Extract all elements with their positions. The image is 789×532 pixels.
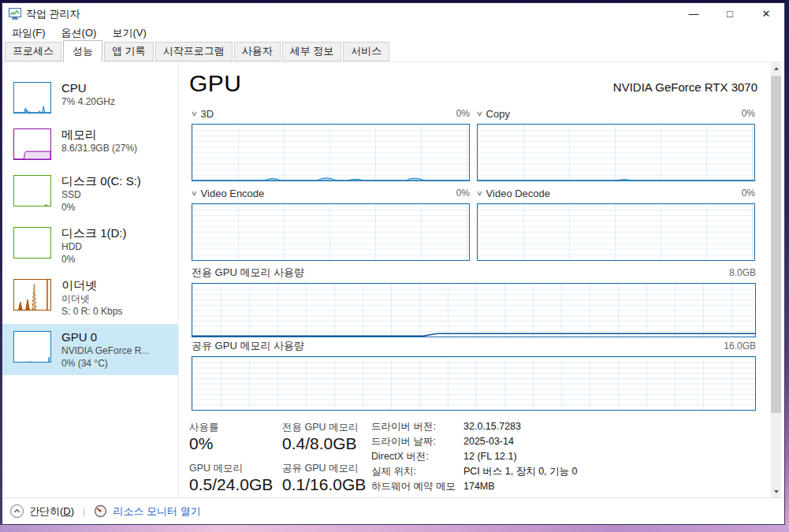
chevron-down-icon: ∨ [476,189,483,197]
open-resource-monitor-link[interactable]: 리소스 모니터 열기 [113,504,200,519]
gpu-memory-label: GPU 메모리 [189,462,273,474]
window-title: 작업 관리자 [26,7,80,21]
task-manager-window: 작업 관리자 — □ ✕ 파일(F) 옵션(O) 보기(V) 프로세스 성능 앱… [2,2,785,525]
chart-video-decode [477,203,755,261]
menu-view[interactable]: 보기(V) [104,24,154,42]
chart-shared-memory [192,356,756,411]
menu-file[interactable]: 파일(F) [4,24,54,42]
chart-dedicated-memory [192,283,756,337]
hw-reserved-memory-value: 174MB [463,479,495,497]
sidebar-item-gpu0[interactable]: GPU 0 NVIDIA GeForce R... 0% (34 °C) [2,324,178,375]
collapse-chevron-icon [10,504,24,518]
tab-processes[interactable]: 프로세스 [5,42,61,61]
gpu-memory-value: 0.5/24.0GB [189,474,273,495]
driver-date-label: 드라이버 날짜: [371,434,463,449]
dedicated-gpu-memory-value: 0.4/8.0GB [282,433,366,454]
page-title: GPU [189,70,242,97]
sidebar-ethernet-title: 이더넷 [61,277,122,292]
dedicated-memory-max: 8.0GB [729,267,756,278]
engine-selector-video-decode[interactable]: ∨ Video Decode [477,188,550,199]
sidebar-memory-title: 메모리 [61,127,137,142]
sidebar-cpu-stats: 7% 4.20GHz [61,95,115,108]
sidebar-disk1-usage: 0% [61,253,127,266]
physical-location-value: PCI 버스 1, 장치 0, 기능 0 [463,464,577,479]
directx-version-label: DirectX 버전: [371,449,463,464]
chart-3d-value: 0% [456,108,470,119]
minimize-button[interactable]: — [675,3,712,24]
utilization-label: 사용률 [189,421,273,433]
sidebar-disk1-title: 디스크 1(D:) [61,225,127,240]
scrollbar-thumb[interactable] [771,76,781,413]
sidebar-ethernet-name: 이더넷 [61,292,122,305]
sidebar-item-memory[interactable]: 메모리 8.6/31.9GB (27%) [2,121,178,167]
resource-monitor-icon [94,504,107,518]
dedicated-gpu-memory-label: 전용 GPU 메모리 [282,421,366,433]
performance-sidebar: CPU 7% 4.20GHz 메모리 8.6/31.9GB (27%) [2,62,179,497]
tab-services[interactable]: 서비스 [343,42,389,61]
close-button[interactable]: ✕ [748,3,784,24]
title-bar[interactable]: 작업 관리자 — □ ✕ [2,3,784,24]
menu-options[interactable]: 옵션(O) [54,24,105,42]
engine-selector-copy[interactable]: ∨ Copy [477,108,510,120]
scroll-down-arrow[interactable] [771,485,781,497]
sidebar-item-disk0[interactable]: 디스크 0(C: S:) SSD 0% [2,168,178,219]
ethernet-mini-chart [13,279,51,311]
vertical-scrollbar[interactable] [771,62,781,497]
desktop-background-bottom [0,525,789,532]
chevron-down-icon: ∨ [191,110,198,117]
sidebar-item-cpu[interactable]: CPU 7% 4.20GHz [2,75,178,121]
performance-content: CPU 7% 4.20GHz 메모리 8.6/31.9GB (27%) [2,62,784,497]
sidebar-disk0-title: 디스크 0(C: S:) [61,173,141,188]
chart-video-encode-value: 0% [456,188,470,199]
tab-app-history[interactable]: 앱 기록 [104,42,154,61]
footer-bar: 간단히(D) | 리소스 모니터 열기 [2,497,784,524]
maximize-button[interactable]: □ [712,3,748,24]
fewer-details-button[interactable]: 간단히(D) [29,504,74,519]
sidebar-gpu0-usage: 0% (34 °C) [61,357,149,370]
chart-3d [192,124,470,181]
sidebar-cpu-title: CPU [61,80,115,95]
menu-bar: 파일(F) 옵션(O) 보기(V) [2,24,784,42]
sidebar-ethernet-rates: S: 0 R: 0 Kbps [61,305,122,318]
tab-users[interactable]: 사용자 [234,42,281,61]
shared-memory-label: 공유 GPU 메모리 사용량 [192,339,304,353]
scroll-up-arrow[interactable] [771,62,781,74]
shared-gpu-memory-label: 공유 GPU 메모리 [282,462,366,474]
disk1-mini-chart [13,227,51,259]
gpu-device-name: NVIDIA GeForce RTX 3070 [613,80,757,97]
gpu-details: 드라이버 버전: 32.0.15.7283 드라이버 날짜: 2025-03-1… [371,419,577,497]
shared-gpu-memory-value: 0.1/16.0GB [282,474,366,495]
engine-selector-video-encode[interactable]: ∨ Video Encode [192,188,264,199]
chart-copy-value: 0% [742,108,755,119]
driver-version-label: 드라이버 버전: [371,419,463,434]
directx-version-value: 12 (FL 12.1) [463,449,517,464]
driver-date-value: 2025-03-14 [463,434,514,449]
sidebar-memory-stats: 8.6/31.9GB (27%) [61,142,137,154]
footer-divider: | [83,505,85,517]
chart-copy [477,124,755,181]
chart-video-encode [192,203,470,261]
sidebar-gpu0-name: NVIDIA GeForce R... [61,344,149,357]
utilization-value: 0% [189,433,273,454]
shared-memory-max: 16.0GB [724,340,756,352]
driver-version-value: 32.0.15.7283 [463,419,521,434]
tab-startup[interactable]: 시작프로그램 [155,42,233,61]
cpu-mini-chart [13,82,51,113]
tab-details[interactable]: 세부 정보 [282,42,342,61]
desktop-background-right [785,0,789,532]
chevron-down-icon: ∨ [476,110,483,117]
sidebar-item-disk1[interactable]: 디스크 1(D:) HDD 0% [2,220,178,271]
sidebar-disk0-usage: 0% [61,201,141,214]
chevron-down-icon: ∨ [191,189,198,197]
tab-performance[interactable]: 성능 [63,40,102,62]
gpu0-mini-chart [13,331,51,363]
disk0-mini-chart [13,175,51,206]
sidebar-disk1-type: HDD [61,240,127,253]
hw-reserved-memory-label: 하드웨어 예약 메모리: [371,479,463,497]
sidebar-item-ethernet[interactable]: 이더넷 이더넷 S: 0 R: 0 Kbps [2,272,178,323]
chart-video-decode-value: 0% [742,188,755,199]
memory-mini-chart [13,128,51,160]
sidebar-gpu0-title: GPU 0 [61,329,149,344]
engine-selector-3d[interactable]: ∨ 3D [192,108,214,120]
physical-location-label: 실제 위치: [371,464,463,479]
